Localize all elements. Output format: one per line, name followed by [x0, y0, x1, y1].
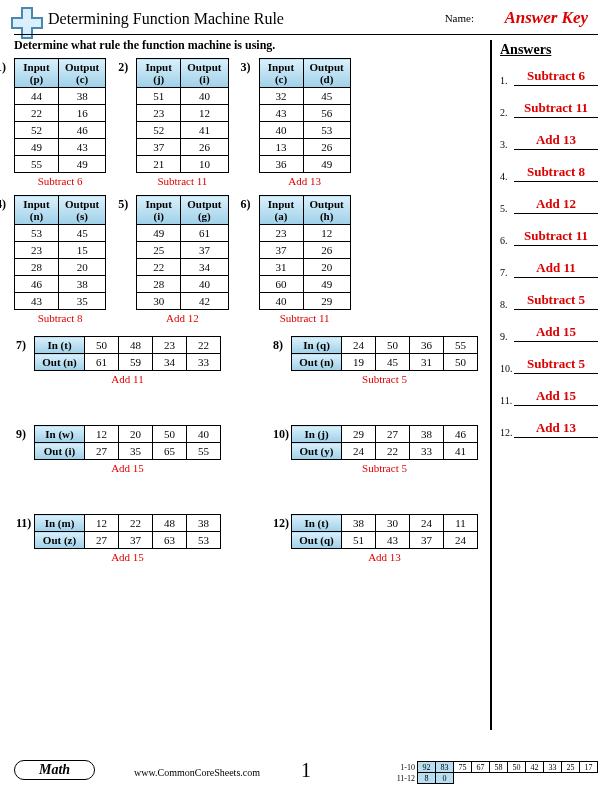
cell: 37	[119, 532, 153, 549]
rule-answer: Add 13	[259, 175, 351, 187]
problem-8: 8)In (q)24503655Out (n)19453150Subtract …	[291, 336, 478, 385]
cell: 40	[181, 276, 228, 293]
instruction-text: Determine what rule the function machine…	[14, 38, 275, 53]
cell: 45	[376, 354, 410, 371]
problem-number: 12)	[273, 516, 289, 531]
answer-row: 6.Subtract 11	[500, 228, 598, 246]
cell: 23	[15, 242, 59, 259]
rule-answer: Add 15	[34, 551, 221, 563]
cell: 56	[303, 105, 350, 122]
cell: 55	[444, 337, 478, 354]
cell: 29	[303, 293, 350, 310]
rule-answer: Subtract 6	[14, 175, 106, 187]
cell: 33	[410, 443, 444, 460]
cell: 38	[59, 276, 106, 293]
cell: 16	[59, 105, 106, 122]
cell: 27	[376, 426, 410, 443]
cell: 22	[119, 515, 153, 532]
cell: 22	[137, 259, 181, 276]
cell: 49	[303, 156, 350, 173]
answer-number: 8.	[500, 299, 514, 310]
cell: 23	[137, 105, 181, 122]
output-header: Out (n)	[292, 354, 342, 371]
cell: 49	[59, 156, 106, 173]
io-table: Input(i)Output(g)49612537223428403042	[136, 195, 228, 310]
problems-area: 1)Input(p)Output(c)44382216524649435549S…	[14, 58, 474, 571]
cell: 51	[342, 532, 376, 549]
problem-11: 11)In (m)12224838Out (z)27376353Add 15	[34, 514, 221, 563]
cell: 50	[85, 337, 119, 354]
answer-value: Subtract 11	[514, 100, 598, 118]
cell: 32	[259, 88, 303, 105]
name-label: Name:	[445, 12, 474, 24]
answer-row: 5.Add 12	[500, 196, 598, 214]
io-table: In (j)29273846Out (y)24223341	[291, 425, 478, 460]
cell: 40	[181, 88, 228, 105]
input-header: Input(i)	[137, 196, 181, 225]
rule-answer: Add 11	[34, 373, 221, 385]
answer-number: 12.	[500, 427, 514, 438]
answer-value: Add 12	[514, 196, 598, 214]
horizontal-row: 9)In (w)12205040Out (i)27356555Add 1510)…	[14, 425, 474, 474]
cell: 20	[303, 259, 350, 276]
answer-value: Add 13	[514, 420, 598, 438]
cell: 22	[187, 337, 221, 354]
cell: 53	[187, 532, 221, 549]
cell: 21	[137, 156, 181, 173]
io-table: In (t)38302411Out (q)51433724	[291, 514, 478, 549]
answer-value: Subtract 5	[514, 292, 598, 310]
cell: 27	[85, 443, 119, 460]
cell: 43	[376, 532, 410, 549]
cell: 45	[59, 225, 106, 242]
cell: 45	[303, 88, 350, 105]
cell: 50	[153, 426, 187, 443]
cell: 41	[444, 443, 478, 460]
answer-row: 9.Add 15	[500, 324, 598, 342]
rule-answer: Add 13	[291, 551, 478, 563]
cell: 22	[376, 443, 410, 460]
output-header: Output(c)	[59, 59, 106, 88]
problem-number: 9)	[16, 427, 26, 442]
rule-answer: Subtract 11	[259, 312, 351, 324]
cell: 55	[15, 156, 59, 173]
horizontal-row: 11)In (m)12224838Out (z)27376353Add 1512…	[14, 514, 474, 563]
io-table: Input(n)Output(s)53452315282046384335	[14, 195, 106, 310]
cell: 52	[137, 122, 181, 139]
problem-number: 3)	[241, 60, 251, 75]
problem-3: 3)Input(c)Output(d)32454356405313263649A…	[259, 58, 351, 187]
problem-12: 12)In (t)38302411Out (q)51433724Add 13	[291, 514, 478, 563]
cell: 37	[181, 242, 228, 259]
cell: 29	[342, 426, 376, 443]
input-header: In (t)	[292, 515, 342, 532]
problem-number: 6)	[241, 197, 251, 212]
cell: 36	[259, 156, 303, 173]
io-table: In (q)24503655Out (n)19453150	[291, 336, 478, 371]
cell: 31	[410, 354, 444, 371]
rule-answer: Subtract 8	[14, 312, 106, 324]
cell: 12	[303, 225, 350, 242]
cell: 30	[376, 515, 410, 532]
answer-value: Subtract 6	[514, 68, 598, 86]
input-header: In (t)	[35, 337, 85, 354]
cell: 26	[181, 139, 228, 156]
cell: 46	[59, 122, 106, 139]
answer-row: 1.Subtract 6	[500, 68, 598, 86]
output-header: Output(h)	[303, 196, 350, 225]
cell: 37	[410, 532, 444, 549]
input-header: Input(j)	[137, 59, 181, 88]
answer-row: 2.Subtract 11	[500, 100, 598, 118]
cell: 23	[153, 337, 187, 354]
cell: 49	[15, 139, 59, 156]
answer-key-label: Answer Key	[504, 8, 588, 28]
cell: 55	[187, 443, 221, 460]
answer-value: Add 15	[514, 324, 598, 342]
cell: 37	[259, 242, 303, 259]
cell: 20	[59, 259, 106, 276]
problem-number: 5)	[118, 197, 128, 212]
page-number: 1	[301, 759, 311, 782]
input-header: Input(p)	[15, 59, 59, 88]
subject-pill: Math	[14, 760, 95, 780]
io-table: Input(j)Output(i)51402312524137262110	[136, 58, 228, 173]
input-header: In (j)	[292, 426, 342, 443]
output-header: Output(g)	[181, 196, 228, 225]
